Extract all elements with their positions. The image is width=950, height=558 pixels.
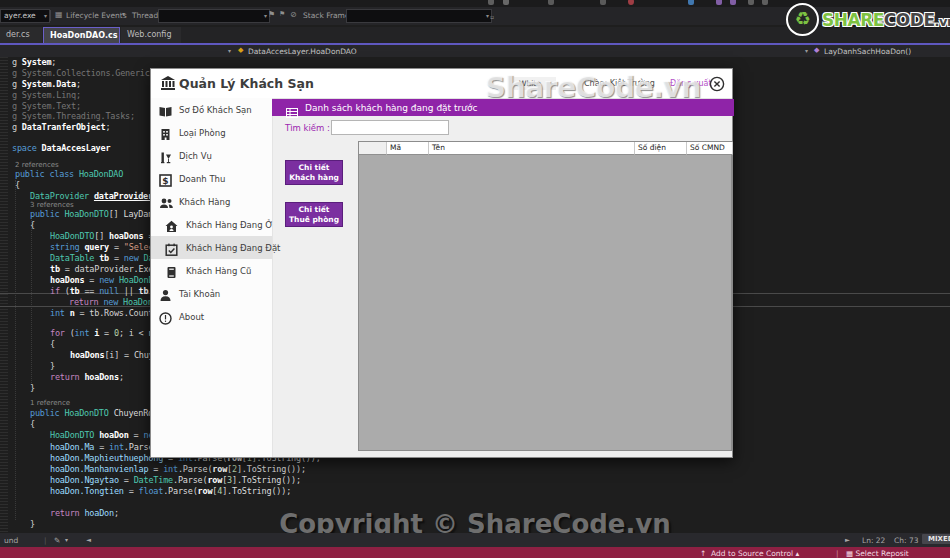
logo-vn: .vn (935, 14, 950, 29)
code-line: public class HoaDonDAO (15, 169, 123, 179)
chevron-down-icon: ▾ (44, 10, 47, 22)
code-line: } (50, 361, 55, 371)
sidebar: Sơ Đồ Khách SạnLoại PhòngDịch Vụ$Doanh T… (151, 98, 273, 457)
breadcrumb: ▾ ◆ DataAccesLayer.HoaDonDAO ▾ ◆ LayDanh… (0, 45, 950, 57)
status-bar: ↑ Add to Source Control ▴ | ▦ Select Rep… (0, 547, 950, 558)
code-line: g DataTranferObject; (12, 122, 110, 132)
line-indicator: Ln: 22 (862, 536, 885, 545)
codelens-references: 1 reference (30, 399, 70, 407)
sidebar-item-service[interactable]: Dịch Vụ (151, 144, 272, 167)
breadcrumb-class[interactable]: DataAccesLayer.HoaDonDAO (248, 47, 357, 56)
repo-label: Select Reposit (855, 549, 908, 558)
chevron-down-icon[interactable]: ▾ (805, 47, 808, 54)
indent-guide (31, 220, 32, 385)
logo-code: CODE (884, 10, 935, 30)
screen: ayer.exe▾ ▦ Lifecycle Events ▾ Thread: ▾… (0, 0, 950, 558)
editor-gutter (0, 57, 8, 533)
editor-bottom-strip: und | ✎ ▾ ◄ ► Ln: 22 Ch: 73 MIXED (0, 533, 950, 547)
flag-small-icon[interactable]: ⚑ (279, 10, 285, 18)
staying-customer-icon (165, 218, 178, 231)
tab-hoadondao-cs[interactable]: HoaDonDAO.cs⚬× (43, 27, 120, 43)
sidebar-item-staying-customer[interactable]: Khách Hàng Đang Ở (151, 213, 272, 236)
grid-column-header[interactable]: Tên (429, 142, 635, 155)
sidebar-item-map[interactable]: Sơ Đồ Khách Sạn (151, 98, 272, 121)
content-header-title: Danh sách khách hàng đang đặt trước (305, 103, 477, 113)
search-label: Tìm kiếm : (285, 123, 330, 133)
code-line: } (30, 383, 35, 393)
map-icon (159, 103, 172, 116)
data-grid[interactable]: MãTênSố điện thoạiSố CMND (358, 141, 732, 451)
class-icon: ◆ (238, 46, 243, 54)
watermark-overlay: ShareCode.vn (485, 70, 700, 104)
code-line: g System.Linq; (12, 90, 81, 100)
code-line: { (30, 220, 35, 230)
revenue-icon: $ (159, 172, 172, 185)
codelens-references: 3 references (30, 201, 74, 209)
booking-customer-icon (165, 241, 178, 254)
grid-column-header[interactable]: Số CMND (687, 142, 733, 155)
toolbar-separator (50, 10, 51, 21)
pen-icon[interactable]: ✎ (54, 536, 60, 545)
chevron-down-icon[interactable]: ▾ (228, 47, 231, 54)
code-line: g System.Data; (12, 79, 81, 89)
code-line: int n = tb.Rows.Count; (50, 308, 158, 318)
code-line: g System.Threading.Tasks; (12, 111, 135, 121)
service-icon (159, 149, 172, 162)
select-repository-button[interactable]: ▦ Select Reposit (846, 549, 909, 558)
chevron-down-icon[interactable]: ▾ (65, 536, 68, 543)
scroll-right-arrow-icon[interactable]: ► (845, 536, 850, 544)
sidebar-item-about[interactable]: About (151, 305, 272, 328)
separator: | (44, 536, 47, 545)
tab-der-cs[interactable]: der.cs (0, 27, 42, 43)
app-title: Quản Lý Khách Sạn (179, 76, 314, 91)
code-line: return hoaDons; (50, 372, 124, 382)
code-line: space DataAccesLayer (12, 143, 110, 153)
process-dropdown[interactable]: ayer.exe▾ (0, 9, 50, 23)
sidebar-item-revenue[interactable]: $Doanh Thu (151, 167, 272, 190)
grid-column-header[interactable]: Mã (387, 142, 429, 155)
process-dropdown-value: ayer.exe (4, 11, 36, 20)
grid-header-row: MãTênSố điện thoạiSố CMND (359, 142, 731, 155)
lifecycle-events-button[interactable]: Lifecycle Events (66, 11, 127, 20)
column-indicator: Ch: 73 (894, 536, 918, 545)
rental-detail-button[interactable]: Chi tiếtThuê phòng (285, 202, 343, 227)
grid-column-header[interactable]: Số điện thoại (635, 142, 687, 155)
chevron-down-icon: ▾ (264, 10, 267, 22)
sidebar-item-room-type[interactable]: Loại Phòng (151, 121, 272, 144)
flag-icon[interactable]: ⚑ (268, 10, 275, 19)
code-line: g System.Text; (12, 101, 81, 111)
scroll-left-arrow-icon[interactable]: ◄ (86, 536, 91, 544)
stack-frame-label: Stack Frame: (303, 11, 352, 20)
chevron-down-icon[interactable]: ▾ (122, 10, 125, 17)
stack-frame-dropdown[interactable]: ▾ (346, 9, 492, 23)
toolbar-overflow-icon[interactable]: ▫ (490, 13, 494, 20)
sidebar-item-label: Doanh Thu (179, 174, 225, 184)
room-type-icon (159, 126, 172, 139)
breadcrumb-member[interactable]: LayDanhSachHoaDon() (824, 47, 911, 56)
sidebar-item-account[interactable]: Tài Khoản (151, 282, 272, 305)
code-line: hoaDon.Tongtien = float.Parse(row[4].ToS… (50, 486, 291, 496)
search-input[interactable] (331, 120, 449, 135)
sidebar-item-label: Sơ Đồ Khách Sạn (179, 105, 252, 115)
customer-detail-button[interactable]: Chi tiếtKhách hàng (285, 160, 343, 185)
sidebar-item-booking-customer[interactable]: Khách Hàng Đang Đặt (151, 236, 272, 259)
account-icon (159, 287, 172, 300)
sidebar-item-label: Loại Phòng (179, 128, 226, 138)
hotel-icon (160, 76, 176, 95)
close-window-button[interactable] (709, 76, 725, 92)
code-line: hoaDon.Ngaytao = DateTime.Parse(row[3].T… (50, 475, 301, 485)
sidebar-item-label: Dịch Vụ (179, 151, 212, 161)
add-to-source-control-button[interactable]: ↑ Add to Source Control ▴ (700, 549, 799, 558)
line-ending-indicator[interactable]: MIXED (922, 534, 950, 544)
panel-text-fragment: und (4, 536, 18, 545)
svg-text:$: $ (162, 176, 168, 186)
about-icon (159, 310, 172, 323)
sidebar-item-customers[interactable]: Khách Hàng (151, 190, 272, 213)
thread-dropdown[interactable]: ▾ (158, 9, 270, 23)
sidebar-item-label: Khách Hàng Đang Đặt (186, 243, 280, 253)
tab-label: HoaDonDAO.cs (50, 31, 117, 40)
code-line: { (50, 339, 55, 349)
code-line: { (30, 419, 35, 429)
sidebar-item-old-customer[interactable]: Khách Hàng Cũ (151, 259, 272, 282)
tab-web-config[interactable]: Web.config (121, 27, 181, 43)
